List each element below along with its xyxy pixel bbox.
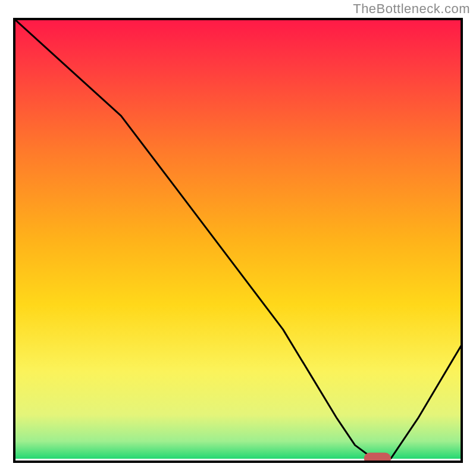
chart-container: TheBottleneck.com [0,0,476,476]
bottleneck-plot [13,18,463,463]
chart-svg [13,18,463,463]
gradient-background [15,20,461,459]
watermark-text: TheBottleneck.com [353,1,470,17]
